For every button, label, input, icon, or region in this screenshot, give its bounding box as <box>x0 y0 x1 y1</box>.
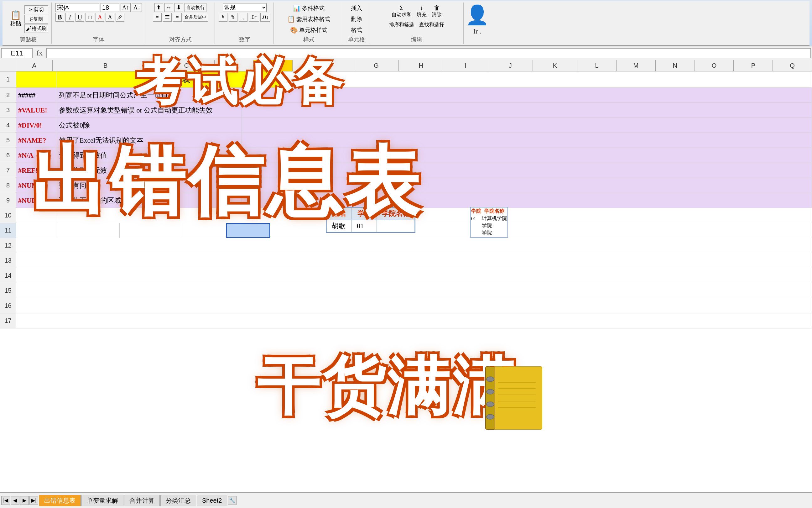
fill-color-button[interactable]: A <box>96 13 104 22</box>
cell-13[interactable] <box>16 253 812 268</box>
cell-b2[interactable]: 列宽不足or日期时间公式产生一负值 <box>57 88 242 102</box>
cell-a5[interactable]: #NAME? <box>16 133 57 147</box>
cell-a8[interactable]: #NUM! <box>16 178 57 193</box>
align-right-button[interactable]: ≡ <box>173 13 182 22</box>
col-header-q[interactable]: Q <box>773 60 812 71</box>
delete-cells-button[interactable]: 删除 <box>349 14 364 24</box>
col-header-o[interactable]: O <box>695 60 734 71</box>
cell-a1[interactable] <box>16 72 57 87</box>
cell-a7[interactable]: #REF! <box>16 163 57 178</box>
cell-b10[interactable] <box>57 208 812 223</box>
align-top-button[interactable]: ⬆ <box>154 3 163 12</box>
cell-b9[interactable]: 试图为不相交的区域指定交叉点 <box>57 193 242 208</box>
cell-styles-button[interactable]: 🎨 单元格样式 <box>288 25 329 35</box>
sheet-nav-next[interactable]: ▶ <box>20 496 29 505</box>
cell-title[interactable]: 出错信息表 <box>57 72 282 87</box>
col-header-k[interactable]: K <box>533 60 578 71</box>
currency-button[interactable]: ¥ <box>219 13 227 22</box>
cell-b4[interactable]: 公式被0除 <box>57 118 242 133</box>
cell-a2[interactable]: ##### <box>16 88 57 102</box>
underline-button[interactable]: U <box>76 13 84 22</box>
sheet-tab-single-variable[interactable]: 单变量求解 <box>82 495 124 506</box>
mini-table-right-cell-num-1[interactable]: 01 <box>471 215 481 222</box>
col-header-g[interactable]: G <box>354 60 399 71</box>
mini-table-cell-num[interactable]: 01 <box>352 220 377 232</box>
cell-b11[interactable] <box>57 223 120 238</box>
conditional-format-button[interactable]: 📊 条件格式 <box>291 3 326 13</box>
increase-font-button[interactable]: A↑ <box>121 3 131 12</box>
cell-b3[interactable]: 参数或运算对象类型错误 or 公式自动更正功能失效 <box>57 103 242 118</box>
col-header-l[interactable]: L <box>577 60 617 71</box>
align-middle-button[interactable]: ↔ <box>165 3 173 12</box>
mini-table-right-cell-num-2[interactable] <box>471 222 481 229</box>
merge-button[interactable]: 合并后居中 <box>183 13 208 22</box>
align-center-button[interactable]: ☰ <box>163 13 172 22</box>
sheet-nav-first[interactable]: |◀ <box>1 496 10 505</box>
font-name-input[interactable] <box>55 3 99 12</box>
increase-decimal-button[interactable]: .0↑ <box>249 13 259 22</box>
autosum-button[interactable]: Σ 自动求和 <box>390 3 413 19</box>
sheet-tab-category-sum[interactable]: 分类汇总 <box>161 495 196 506</box>
wrap-text-button[interactable]: 自动换行 <box>184 3 207 12</box>
highlight-button[interactable]: 🖊 <box>116 13 124 22</box>
comma-button[interactable]: , <box>239 13 247 22</box>
cell-reference-box[interactable] <box>1 48 33 58</box>
italic-button[interactable]: I <box>65 13 74 22</box>
cell-17[interactable] <box>16 313 812 328</box>
cell-a11[interactable] <box>16 223 57 238</box>
col-header-b[interactable]: B <box>53 60 159 71</box>
cell-c11[interactable] <box>120 223 182 238</box>
bold-button[interactable]: B <box>55 13 64 22</box>
align-left-button[interactable]: ≡ <box>153 13 162 22</box>
cell-a10[interactable] <box>16 208 57 223</box>
format-cells-button[interactable]: 格式 <box>349 25 364 35</box>
mini-table-right-cell-name-2[interactable]: 学院 <box>482 222 507 229</box>
font-color-button[interactable]: A <box>105 13 114 22</box>
mini-table-cell-college[interactable] <box>377 220 415 232</box>
cell-b7[interactable]: 单元格引用无效 <box>57 163 242 178</box>
col-header-d[interactable]: D <box>215 60 254 71</box>
insert-cells-button[interactable]: 插入 <box>349 3 364 13</box>
formula-input[interactable] <box>46 48 811 58</box>
align-bottom-button[interactable]: ⬇ <box>175 3 183 12</box>
fill-button[interactable]: ↓ 填充 <box>415 3 428 19</box>
cell-a9[interactable]: #NULL! <box>16 193 57 208</box>
paste-button[interactable]: 📋 粘贴 <box>8 10 23 29</box>
mini-table-right-cell-num-3[interactable] <box>471 230 481 236</box>
sheet-tab-merge-calc[interactable]: 合并计算 <box>124 495 160 506</box>
number-format-select[interactable]: 常规 <box>223 3 267 12</box>
cell-b6[interactable]: 无法得到有效值 <box>57 148 242 163</box>
sort-filter-button[interactable]: 排序和筛选 <box>387 20 416 30</box>
cell-15[interactable] <box>16 283 812 298</box>
col-header-n[interactable]: N <box>656 60 695 71</box>
cell-b5[interactable]: 使用了Excel无法识别的文本 <box>57 133 242 147</box>
cell-b8[interactable]: 数字有问题 <box>57 178 242 193</box>
cell-e11[interactable] <box>226 223 270 238</box>
font-size-input[interactable] <box>100 3 119 12</box>
sheet-nav-prev[interactable]: ◀ <box>11 496 19 505</box>
table-format-button[interactable]: 📋 套用表格格式 <box>285 14 332 24</box>
cell-d11[interactable] <box>182 223 226 238</box>
format-painter-button[interactable]: 🖌 格式刷 <box>25 24 48 33</box>
cell-a3[interactable]: #VALUE! <box>16 103 57 118</box>
find-select-button[interactable]: 查找和选择 <box>417 20 446 30</box>
sheet-add-button[interactable]: 🔧 <box>228 496 236 505</box>
border-button[interactable]: □ <box>86 13 94 22</box>
cell-a6[interactable]: #N/A <box>16 148 57 163</box>
clear-button[interactable]: 🗑 清除 <box>430 3 444 19</box>
col-header-a[interactable]: A <box>16 60 53 71</box>
decrease-font-button[interactable]: A↓ <box>132 3 142 12</box>
col-header-c[interactable]: C <box>159 60 214 71</box>
col-header-p[interactable]: P <box>734 60 773 71</box>
copy-button[interactable]: ⎘ 复制 <box>25 15 48 24</box>
decrease-decimal-button[interactable]: .0↓ <box>260 13 271 22</box>
cell-a4[interactable]: #DIV/0! <box>16 118 57 133</box>
col-header-f[interactable]: F <box>292 60 354 71</box>
cut-button[interactable]: ✂ 剪切 <box>25 5 48 14</box>
cell-12[interactable] <box>16 238 812 253</box>
sheet-tab-error-table[interactable]: 出错信息表 <box>39 495 81 506</box>
percent-button[interactable]: % <box>229 13 237 22</box>
cell-16[interactable] <box>16 298 812 313</box>
col-header-h[interactable]: H <box>399 60 444 71</box>
sheet-tab-sheet2[interactable]: Sheet2 <box>197 495 227 506</box>
